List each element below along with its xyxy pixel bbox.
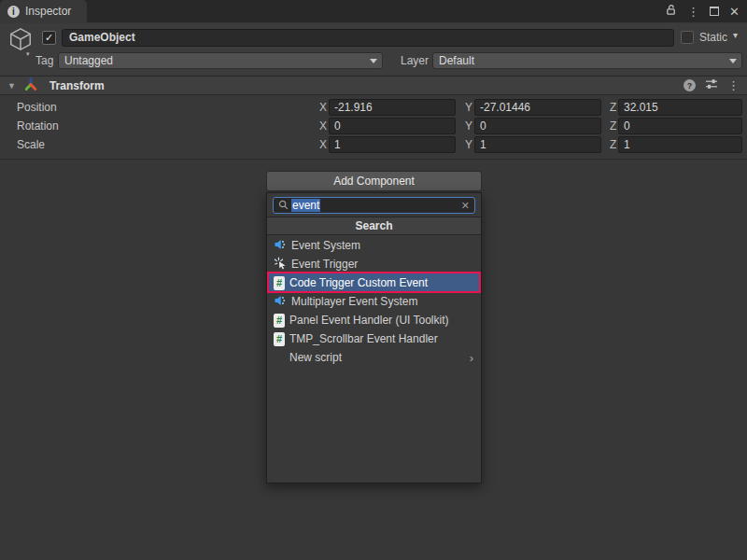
gameobject-header: ▾ ✓ GameObject Static ▾ Tag Untagged Lay… xyxy=(0,23,747,75)
axis-y-label[interactable]: Y xyxy=(465,98,472,117)
list-item-label: Event Trigger xyxy=(291,258,358,271)
tag-dropdown[interactable]: Untagged xyxy=(58,52,383,69)
foldout-arrow-icon[interactable]: ▼ xyxy=(7,81,16,91)
search-text-selected: event xyxy=(291,199,320,212)
csharp-script-icon: # xyxy=(274,332,285,346)
csharp-script-icon: # xyxy=(274,314,285,328)
layer-dropdown[interactable]: Default xyxy=(432,52,742,69)
search-icon xyxy=(278,197,289,214)
rotation-z-field[interactable]: 0 xyxy=(618,118,742,134)
help-icon[interactable]: ? xyxy=(684,79,696,91)
unlock-icon[interactable] xyxy=(665,3,677,20)
tag-value: Untagged xyxy=(64,54,113,67)
window-menu-icon[interactable]: ⋮ xyxy=(687,6,699,18)
add-component-button[interactable]: Add Component xyxy=(266,171,482,191)
scale-x-field[interactable]: 1 xyxy=(329,136,456,153)
tag-label: Tag xyxy=(35,52,53,69)
titlebar: i Inspector ⋮ ✕ xyxy=(0,0,747,22)
clear-search-icon[interactable]: ✕ xyxy=(461,200,470,212)
icon-picker-arrow[interactable]: ▾ xyxy=(26,50,30,58)
static-dropdown-arrow[interactable]: ▾ xyxy=(733,30,738,40)
list-item-panel-event-handler[interactable]: # Panel Event Handler (UI Toolkit) xyxy=(267,311,481,329)
position-z-field[interactable]: 32.015 xyxy=(618,99,742,116)
titlebar-controls: ⋮ ✕ xyxy=(665,0,740,22)
search-section-header: Search xyxy=(267,217,481,235)
transform-header-buttons: ? ⋮ xyxy=(684,77,740,94)
axis-x-label[interactable]: X xyxy=(319,98,327,117)
position-row: Position X -21.916 Y -27.01446 Z 32.015 xyxy=(0,98,747,117)
static-checkbox[interactable] xyxy=(681,31,694,44)
list-item-label: TMP_Scrollbar Event Handler xyxy=(289,332,438,345)
list-item-label: Panel Event Handler (UI Toolkit) xyxy=(289,314,449,327)
position-x-field[interactable]: -21.916 xyxy=(329,99,456,116)
list-item-new-script[interactable]: New script › xyxy=(267,348,481,367)
presets-icon[interactable] xyxy=(705,77,718,94)
transform-axes-icon xyxy=(23,77,38,95)
axis-y-label[interactable]: Y xyxy=(465,135,472,154)
layer-label: Layer xyxy=(401,52,429,69)
event-system-icon xyxy=(274,294,287,310)
close-icon[interactable]: ✕ xyxy=(729,6,740,18)
component-title: Transform xyxy=(49,79,105,92)
chevron-down-icon xyxy=(370,59,377,63)
static-label: Static xyxy=(699,31,727,45)
list-item-code-trigger-custom-event[interactable]: # Code Trigger Custom Event xyxy=(267,273,481,292)
rotation-row: Rotation X 0 Y 0 Z 0 xyxy=(0,117,747,135)
axis-x-label[interactable]: X xyxy=(319,117,327,135)
list-item-event-trigger[interactable]: Event Trigger xyxy=(267,255,481,273)
add-component-popup: event ✕ Search Event System xyxy=(266,192,482,483)
axis-z-label[interactable]: Z xyxy=(610,98,616,117)
scale-z-field[interactable]: 1 xyxy=(618,136,742,153)
list-item-event-system[interactable]: Event System xyxy=(267,236,481,255)
list-item-label: New script xyxy=(289,351,342,364)
scale-row: Scale X 1 Y 1 Z 1 xyxy=(0,135,747,154)
component-menu-icon[interactable]: ⋮ xyxy=(727,79,740,91)
axis-x-label[interactable]: X xyxy=(319,135,327,154)
active-checkbox[interactable]: ✓ xyxy=(42,31,56,45)
axis-y-label[interactable]: Y xyxy=(465,117,472,135)
maximize-icon[interactable] xyxy=(710,7,719,16)
component-list: Event System Event Trigger xyxy=(267,236,481,367)
gameobject-name-field[interactable]: GameObject xyxy=(62,29,674,47)
info-icon: i xyxy=(7,6,20,18)
position-label: Position xyxy=(17,98,57,117)
list-item-multiplayer-event-system[interactable]: Multiplayer Event System xyxy=(267,292,481,311)
scale-label: Scale xyxy=(17,135,45,154)
scale-y-field[interactable]: 1 xyxy=(474,136,601,153)
rotation-label: Rotation xyxy=(17,117,59,135)
tab-inspector[interactable]: i Inspector xyxy=(0,0,87,22)
list-item-tmp-scrollbar-event-handler[interactable]: # TMP_Scrollbar Event Handler xyxy=(267,329,481,348)
position-y-field[interactable]: -27.01446 xyxy=(474,99,601,116)
event-system-icon xyxy=(274,238,287,254)
csharp-script-icon: # xyxy=(274,276,285,290)
list-item-label: Event System xyxy=(291,239,360,252)
transform-header[interactable]: ▼ Transform ? ⋮ xyxy=(0,76,747,95)
component-search-input[interactable]: event ✕ xyxy=(273,197,475,214)
axis-z-label[interactable]: Z xyxy=(610,117,616,135)
event-trigger-icon xyxy=(274,257,287,273)
tab-title: Inspector xyxy=(25,5,71,18)
rotation-y-field[interactable]: 0 xyxy=(474,118,601,134)
list-item-label: Code Trigger Custom Event xyxy=(289,276,428,289)
list-item-label: Multiplayer Event System xyxy=(291,295,417,308)
axis-z-label[interactable]: Z xyxy=(610,135,616,154)
rotation-x-field[interactable]: 0 xyxy=(329,118,456,134)
submenu-chevron-icon: › xyxy=(470,351,473,365)
layer-value: Default xyxy=(439,54,474,67)
unity-inspector-window: i Inspector ⋮ ✕ ▾ ✓ xyxy=(0,0,747,560)
chevron-down-icon xyxy=(729,59,737,63)
